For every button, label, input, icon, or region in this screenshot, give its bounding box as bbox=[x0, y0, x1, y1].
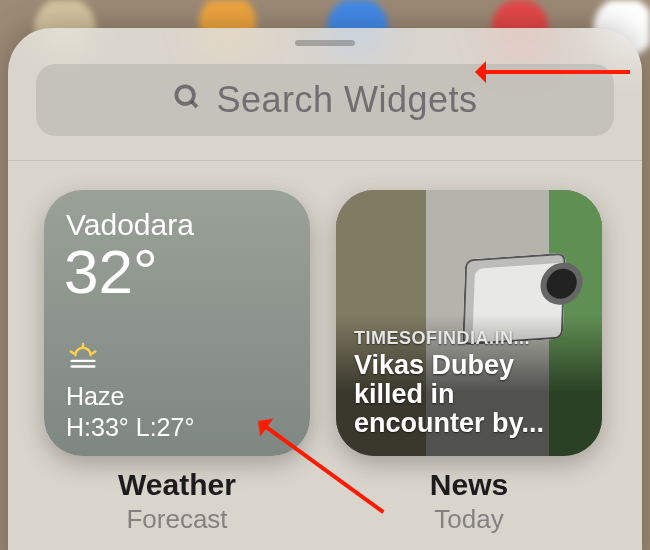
search-icon bbox=[172, 79, 202, 121]
news-overlay: TIMESOFINDIA.IN... Vikas Dubey killed in… bbox=[336, 314, 602, 456]
news-headline: Vikas Dubey killed in encounter by... bbox=[354, 351, 584, 438]
widget-app-name: News bbox=[336, 468, 602, 502]
widget-label: Weather Forecast bbox=[44, 468, 310, 535]
widget-app-name: Weather bbox=[44, 468, 310, 502]
haze-icon bbox=[66, 342, 100, 380]
weather-condition: Haze bbox=[66, 382, 124, 411]
news-widget-small[interactable]: TIMESOFINDIA.IN... Vikas Dubey killed in… bbox=[336, 190, 602, 456]
sheet-grabber[interactable] bbox=[295, 40, 355, 46]
widget-labels-row: Weather Forecast News Today bbox=[44, 468, 606, 535]
news-source: TIMESOFINDIA.IN... bbox=[354, 328, 584, 349]
svg-line-4 bbox=[92, 351, 95, 353]
widget-sub-label: Forecast bbox=[44, 504, 310, 535]
search-widgets-field[interactable]: Search Widgets bbox=[36, 64, 614, 136]
widget-label: News Today bbox=[336, 468, 602, 535]
svg-point-0 bbox=[177, 86, 195, 104]
svg-line-3 bbox=[71, 351, 74, 353]
svg-line-1 bbox=[192, 101, 198, 107]
annotation-arrow-search bbox=[480, 70, 630, 74]
separator bbox=[8, 160, 642, 161]
weather-high-low: H:33° L:27° bbox=[66, 413, 194, 442]
weather-temperature: 32° bbox=[64, 236, 158, 307]
widget-grid: Vadodara 32° Haze H:33° L:27 bbox=[44, 190, 606, 456]
search-placeholder: Search Widgets bbox=[216, 79, 477, 121]
